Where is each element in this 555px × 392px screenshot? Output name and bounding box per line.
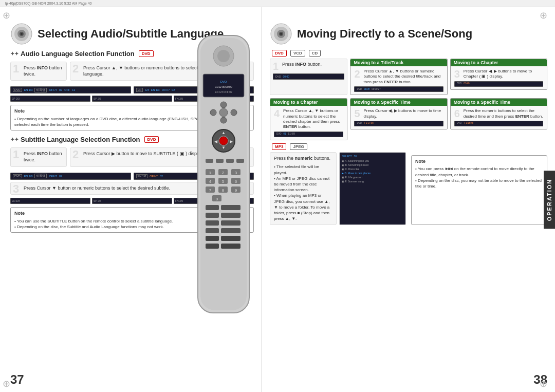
- svg-rect-53: [206, 220, 219, 226]
- svg-point-13: [219, 108, 228, 117]
- svg-point-16: [220, 102, 227, 108]
- specific-time-header2: Moving to a Specific Time: [451, 99, 547, 106]
- svg-text:2: 2: [222, 171, 225, 175]
- crosshair-br: ⊕: [540, 378, 547, 389]
- step2-content-box: 2 Press Cursor ▲, ▼ buttons or numeric b…: [350, 66, 447, 95]
- svg-rect-25: [206, 159, 213, 163]
- step5-screen: DVD T 1:17:08: [354, 121, 443, 126]
- svg-text:1: 1: [209, 171, 212, 175]
- subtitle-dvd-badge: DVD: [144, 136, 159, 143]
- step3-screen: DVD 01/40: [454, 81, 543, 87]
- svg-rect-56: [221, 228, 240, 233]
- right-bot-col3: Moving to a Specific Time 6 Press the nu…: [450, 98, 547, 140]
- right-section-header: Moving Directly to a Scene/Song: [270, 23, 547, 46]
- right-bottom-grid: Moving to a Chapter 4 Press Cursor ▲, ▼ …: [270, 98, 547, 140]
- crosshair-tr: ⊕: [540, 10, 547, 21]
- step5-content-box: 5 Press Cursor ◀, ▶ buttons to move to t…: [350, 106, 447, 129]
- right-section: Moving Directly to a Scene/Song DVD VCD …: [262, 7, 555, 392]
- svg-rect-27: [226, 159, 234, 163]
- right-col1: 1 Press INFO button. DVD 00:00: [270, 59, 347, 95]
- svg-text:▼: ▼: [221, 145, 226, 150]
- svg-text:▲: ▲: [221, 130, 226, 135]
- right-section-title: Moving Directly to a Scene/Song: [297, 28, 472, 40]
- badge-jpeg: JPEG: [290, 143, 307, 150]
- chapter-header-top: Moving to a Chapter: [451, 59, 547, 66]
- svg-point-65: [280, 33, 282, 35]
- step4-content-box: 4 Press Cursor ▲, ▼ buttons or numeric b…: [270, 106, 347, 140]
- svg-point-24: [219, 137, 228, 145]
- right-speaker-icon: [270, 23, 293, 46]
- svg-rect-50: [221, 205, 240, 210]
- badge-vcd: VCD: [290, 50, 305, 57]
- svg-rect-59: [206, 244, 219, 249]
- audio-step1: 1 Press INFO buttontwice.: [10, 62, 67, 81]
- mp3-folder-display: SELECT : 30 ▣ A. Searching like you ▣ B.…: [339, 152, 406, 226]
- step1-number: 1: [13, 63, 19, 74]
- chapter-section-bot: Moving to a Chapter 4 Press Cursor ▲, ▼ …: [270, 98, 347, 140]
- step3-content-box: 3 Press Cursor ◀, ▶ buttons to move to C…: [451, 66, 547, 89]
- step2-screen: DVD 01/08 00:00:27: [354, 86, 443, 92]
- crosshair-tl: ⊕: [3, 10, 10, 21]
- svg-text:3: 3: [235, 171, 237, 175]
- step4-screen: DVD 01 E1-5/8: [274, 132, 343, 137]
- svg-text:01/12  00:00:00: 01/12 00:00:00: [215, 85, 232, 88]
- step1-content: Press INFO buttontwice.: [14, 65, 63, 77]
- svg-text:▶: ▶: [230, 139, 233, 144]
- header-stripe: lp-40p(DS8700)-GB-NOR 2004.3.10 9:32 AM …: [0, 0, 555, 7]
- svg-text:6: 6: [235, 179, 237, 184]
- step6-screen: DVD T 1:18:48: [454, 121, 543, 126]
- svg-rect-55: [206, 228, 219, 233]
- page-num-left: 37: [10, 372, 24, 387]
- chapter-section-top: Moving to a Chapter 3 Press Cursor ◀, ▶ …: [450, 59, 547, 90]
- mp3-content-row: Press the numeric buttons. • The selecte…: [270, 152, 547, 226]
- svg-rect-57: [206, 236, 219, 241]
- step1-box: 1 Press INFO button. DVD 00:00: [270, 59, 347, 95]
- svg-text:◀: ◀: [214, 139, 218, 144]
- svg-point-14: [210, 109, 216, 116]
- right-bot-col1: Moving to a Chapter 4 Press Cursor ▲, ▼ …: [270, 98, 347, 140]
- mp3-section: MP3 JPEG Press the numeric buttons. • Th…: [270, 143, 547, 226]
- chapter-header-bot: Moving to a Chapter: [270, 99, 347, 106]
- audio-screen1: DVD EN 1/3 제목명 OFF/7 02 OFF 11: [10, 86, 131, 94]
- header-text: lp-40p(DS8700)-GB-NOR 2004.3.10 9:32 AM …: [5, 2, 92, 5]
- step6-content-box: 6 Press the numeric buttons to select th…: [451, 106, 547, 129]
- svg-rect-54: [221, 220, 240, 226]
- svg-text:5: 5: [222, 179, 225, 184]
- specific-time-section2: Moving to a Specific Time 6 Press the nu…: [450, 98, 547, 129]
- right-bot-col2: Moving to a Specific Time 5 Press Cursor…: [350, 98, 447, 140]
- svg-text:EN 1/3 OFF 02: EN 1/3 OFF 02: [215, 90, 232, 94]
- title-track-section: Moving to a Title/Track 2 Press Cursor ▲…: [350, 59, 447, 95]
- svg-rect-51: [206, 213, 219, 218]
- svg-point-8: [217, 50, 230, 62]
- badge-mp3: MP3: [272, 143, 286, 150]
- svg-rect-28: [236, 159, 244, 163]
- subtitle-step1: 1 Press INFO button twice.: [10, 147, 67, 166]
- svg-text:8: 8: [222, 188, 225, 193]
- specific-time-header1: Moving to a Specific Time: [350, 99, 447, 106]
- dvd-badge: DVD: [139, 50, 154, 57]
- sub-screen1: DVD EN 1/8 제목명 OFF/7 02: [10, 173, 131, 180]
- step1-screen: DVD 00:00: [273, 73, 344, 80]
- format-badges: DVD VCD CD: [270, 50, 547, 57]
- svg-text:9: 9: [235, 188, 237, 193]
- step2-number: 2: [72, 63, 79, 74]
- mp3-badges: MP3 JPEG: [270, 143, 547, 150]
- mp3-note: Note • You can press ⏮⏭ on the remote co…: [411, 155, 547, 226]
- badge-dvd: DVD: [272, 50, 287, 57]
- svg-point-4: [21, 33, 23, 35]
- svg-text:DVD: DVD: [220, 80, 227, 83]
- svg-rect-49: [206, 205, 219, 210]
- remote-control: DVD 01/12 00:00:00 EN 1/3 OFF 02 ▲ ▼ ◀ ▶: [190, 33, 257, 322]
- svg-point-17: [220, 117, 227, 123]
- svg-rect-60: [221, 244, 240, 249]
- svg-rect-26: [216, 159, 224, 163]
- operation-tab: OPERATION: [544, 171, 555, 229]
- svg-point-15: [231, 109, 237, 116]
- right-col2: Moving to a Title/Track 2 Press Cursor ▲…: [350, 59, 447, 95]
- crosshair-bl: ⊕: [3, 378, 10, 389]
- badge-cd: CD: [309, 50, 321, 57]
- right-top-grid: 1 Press INFO button. DVD 00:00 Moving to…: [270, 59, 547, 95]
- svg-text:0: 0: [216, 197, 218, 201]
- specific-time-section1: Moving to a Specific Time 5 Press Cursor…: [350, 98, 447, 129]
- mp3-step-box: Press the numeric buttons. • The selecte…: [270, 152, 337, 226]
